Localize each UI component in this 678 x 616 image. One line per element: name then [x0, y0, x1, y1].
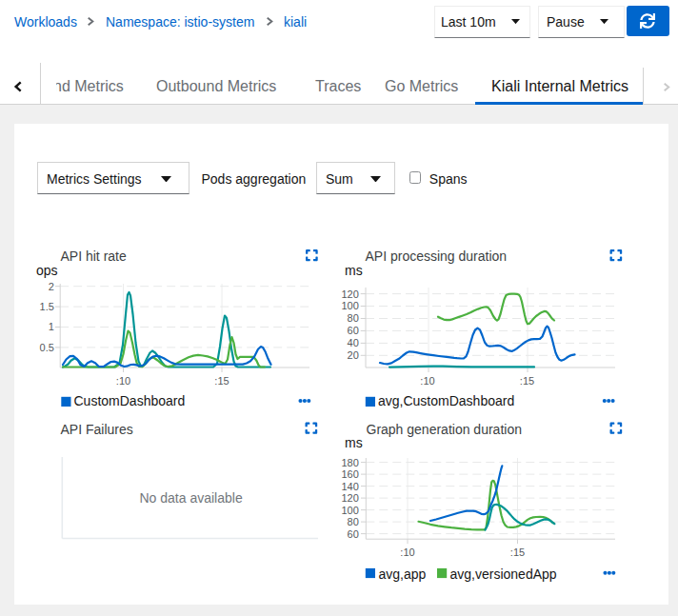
svg-text:100: 100 — [341, 300, 358, 311]
svg-text:1.5: 1.5 — [40, 301, 54, 312]
svg-text:120: 120 — [341, 288, 358, 300]
svg-text:80: 80 — [348, 312, 359, 324]
svg-text:2: 2 — [49, 281, 54, 292]
svg-text::15: :15 — [520, 375, 534, 387]
svg-text::10: :10 — [400, 546, 414, 558]
svg-text::15: :15 — [214, 375, 229, 387]
svg-text::10: :10 — [116, 375, 130, 387]
svg-text:120: 120 — [341, 492, 358, 504]
svg-text::10: :10 — [420, 375, 434, 387]
svg-text:140: 140 — [341, 481, 358, 492]
svg-text:60: 60 — [348, 325, 359, 336]
svg-text:40: 40 — [348, 337, 359, 348]
svg-text:0.5: 0.5 — [40, 342, 54, 353]
svg-text:100: 100 — [341, 505, 358, 516]
svg-text:60: 60 — [348, 528, 359, 540]
svg-text:180: 180 — [341, 457, 358, 468]
svg-text:80: 80 — [348, 516, 359, 527]
svg-text:160: 160 — [341, 468, 358, 480]
svg-text:1: 1 — [49, 321, 54, 332]
svg-text::15: :15 — [510, 546, 525, 558]
svg-text:20: 20 — [348, 349, 359, 361]
